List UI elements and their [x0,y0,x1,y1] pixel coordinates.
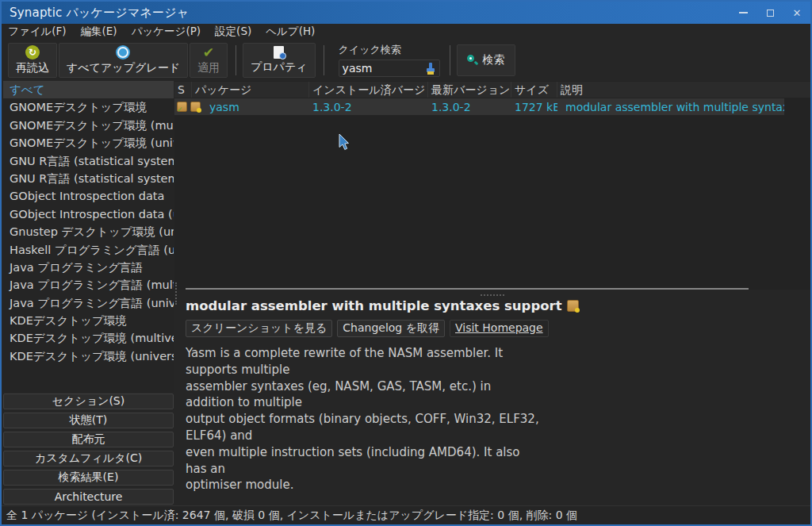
menu-help[interactable]: ヘルプ(H) [266,25,315,39]
column-latest-version[interactable]: 最新バージョン [428,82,511,98]
apply-check-icon: ✔ [203,45,214,60]
cell-description: modular assembler with multiple syntaxes… [557,101,784,113]
close-icon: ✕ [793,8,802,18]
reload-label: 再読込 [16,61,49,75]
sidebar-item[interactable]: KDEデスクトップ環境 [3,312,174,329]
window-title: Synaptic パッケージマネージャ [2,6,189,21]
column-status[interactable]: S [174,82,192,98]
reload-button[interactable]: ↻ 再読込 [8,43,57,78]
horizontal-splitter-grip[interactable] [481,294,504,296]
column-description[interactable]: 説明 [557,82,812,98]
cell-installed-version: 1.3.0-2 [309,101,428,113]
sections-button[interactable]: セクション(S) [3,394,174,409]
package-supported-icon [190,102,201,112]
title-bar: Synaptic パッケージマネージャ ✕ [2,2,810,24]
synaptic-window: Synaptic パッケージマネージャ ✕ ファイル(F) 編集(E) パッケー… [0,0,812,526]
apply-button[interactable]: ✔ 適用 [190,43,228,78]
sidebar-item-all[interactable]: すべて [3,81,174,98]
vertical-splitter-grip[interactable] [175,282,177,305]
architecture-button[interactable]: Architecture [3,489,174,505]
horizontal-splitter[interactable] [186,288,749,290]
custom-filters-button[interactable]: カスタムフィルタ(C) [3,451,174,466]
visit-homepage-link[interactable]: Visit Homepage [450,320,549,337]
mouse-cursor [339,134,351,152]
sidebar-item[interactable]: Haskell プログラミング言語 (uni [3,241,174,259]
menu-edit[interactable]: 編集(E) [81,25,117,39]
get-screenshot-button[interactable]: スクリーンショットを見る [186,320,332,337]
reload-icon: ↻ [25,45,40,60]
column-package[interactable]: パッケージ [192,82,309,98]
cell-latest-version: 1.3.0-2 [428,101,511,113]
filter-buttons: セクション(S) 状態(T) 配布元 カスタムフィルタ(C) 検索結果(E) A… [3,394,174,505]
sidebar-item[interactable]: GNU R言語 (statistical system) [3,152,174,170]
search-button[interactable]: 検索 [457,44,515,76]
quick-search-input[interactable]: yasm [339,60,440,77]
sidebar-item[interactable]: KDEデスクトップ環境 (multivers [3,329,174,347]
quick-search-label: クイック検索 [339,43,440,57]
upgrade-label: すべてアップグレード [67,61,180,75]
apply-label: 適用 [197,61,220,75]
sidebar-item[interactable]: Java プログラミング言語 (univer [3,294,174,312]
menu-package[interactable]: パッケージ(P) [132,25,201,39]
status-text: 全 1 パッケージ (インストール済: 2647 個, 破損 0 個, インスト… [6,509,577,523]
close-button[interactable]: ✕ [783,2,810,24]
column-size[interactable]: サイズ [511,82,557,98]
sidebar-item[interactable]: GNOMEデスクトップ環境 (multiv [3,117,174,134]
clear-search-icon[interactable] [425,63,436,75]
minimize-button[interactable] [730,2,756,24]
sidebar-item[interactable]: Java プログラミング言語 (multiv [3,276,174,294]
status-bar: 全 1 パッケージ (インストール済: 2647 個, 破損 0 個, インスト… [2,505,810,524]
toolbar-separator [450,45,450,75]
table-row-yasm[interactable]: ✓ yasm 1.3.0-2 1.3.0-2 1727 kB modular a… [174,98,784,115]
table-header: S パッケージ インストール済バージョン 最新バージョン サイズ 説明 [174,82,812,98]
sidebar-item[interactable]: Java プログラミング言語 [3,259,174,276]
details-description: Yasm is a complete rewrite of the NASM a… [186,345,542,493]
menu-file[interactable]: ファイル(F) [8,25,67,39]
menu-bar: ファイル(F) 編集(E) パッケージ(P) 設定(S) ヘルプ(H) [2,24,810,39]
window-controls: ✕ [730,2,810,24]
search-icon [467,55,477,65]
properties-label: プロパティ [251,60,308,75]
sidebar-item[interactable]: GNOMEデスクトップ環境 (unive [3,134,174,152]
details-title: modular assembler with multiple syntaxes… [186,298,562,313]
sidebar-item[interactable]: GNU R言語 (statistical system) [3,170,174,187]
package-table: S パッケージ インストール済バージョン 最新バージョン サイズ 説明 ✓ ya… [174,81,812,290]
toolbar: ↻ 再読込 すべてアップグレード ✔ 適用 プロパティ クイック検索 yasm … [2,39,810,81]
get-changelog-button[interactable]: Changelog を取得 [337,320,445,337]
mark-all-upgrades-button[interactable]: すべてアップグレード [59,43,188,78]
quick-search: クイック検索 yasm [339,43,440,77]
column-installed-version[interactable]: インストール済バージョン [309,82,428,98]
minimize-icon [739,12,748,13]
toolbar-separator [324,45,324,75]
menu-settings[interactable]: 設定(S) [215,25,251,39]
category-list: すべて GNOMEデスクトップ環境 GNOMEデスクトップ環境 (multiv … [3,81,174,392]
search-results-button[interactable]: 検索結果(E) [3,470,174,486]
sidebar-item[interactable]: GObject Introspection data (u [3,205,174,223]
package-details-pane: modular assembler with multiple syntaxes… [186,298,788,493]
sidebar-item[interactable]: KDEデスクトップ環境 (universe) [3,347,174,365]
quick-search-value: yasm [343,62,425,75]
maximize-button[interactable] [756,2,783,24]
cell-size: 1727 kB [511,101,557,113]
status-button[interactable]: 状態(T) [3,413,174,428]
details-links: スクリーンショットを見る Changelog を取得 Visit Homepag… [186,320,788,337]
upgrade-icon [116,45,130,60]
search-label: 検索 [483,53,505,67]
cell-package: yasm [206,101,309,113]
toolbar-separator [236,45,236,75]
package-installed-icon: ✓ [177,102,187,112]
maximize-icon [767,10,774,17]
sidebar-item[interactable]: GNOMEデスクトップ環境 [3,98,174,116]
properties-button[interactable]: プロパティ [243,43,316,78]
row-status-icons: ✓ [174,102,206,112]
properties-icon [274,46,284,59]
sidebar-item[interactable]: GObject Introspection data [3,187,174,205]
package-icon [567,300,579,312]
sidebar-item[interactable]: Gnustep デスクトップ環境 (univ [3,223,174,240]
origin-button[interactable]: 配布元 [3,432,174,447]
